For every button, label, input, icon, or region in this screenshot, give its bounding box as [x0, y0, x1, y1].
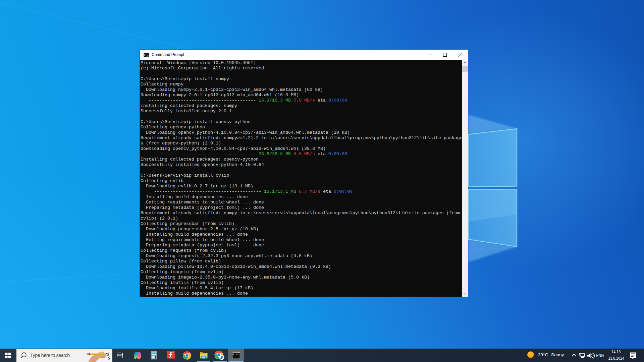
svg-text:C:\: C:\ — [233, 353, 237, 356]
svg-text:14:18: 14:18 — [611, 350, 621, 354]
svg-text:13.8.2024: 13.8.2024 — [608, 356, 624, 361]
svg-text:C:\: C:\ — [144, 54, 148, 56]
svg-text:ENG: ENG — [596, 353, 604, 358]
svg-text:Sunny: Sunny — [551, 352, 564, 357]
svg-text:33°C: 33°C — [538, 352, 548, 357]
